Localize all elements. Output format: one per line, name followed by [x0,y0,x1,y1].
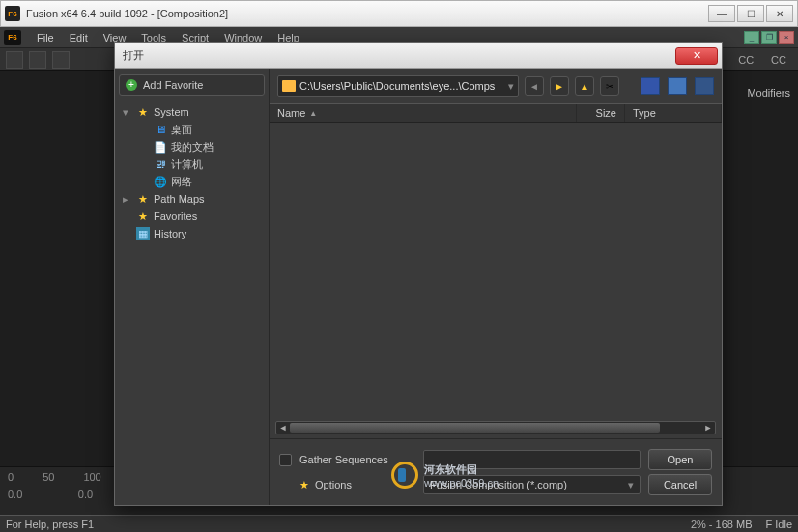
path-input[interactable]: C:\Users\Public\Documents\eye...\Comps ▾ [277,75,519,97]
tree-history[interactable]: ▦History [119,225,265,242]
maximize-button[interactable]: ☐ [737,5,764,22]
history-icon: ▦ [136,227,150,240]
tick: 50 [43,471,54,483]
nav-back-button[interactable]: ◄ [525,76,544,96]
nav-up-button[interactable]: ▲ [575,76,594,96]
scroll-left-icon[interactable]: ◄ [276,422,290,434]
dialog-bottom: Gather Sequences Open ★Options Fusion Co… [270,438,722,505]
star-icon: ★ [136,210,150,223]
nav-forward-button[interactable]: ► [550,76,569,96]
mdi-minimize-button[interactable]: _ [744,31,759,44]
view-details-button[interactable] [695,77,714,95]
toolbar-label-cc1[interactable]: CC [732,54,759,66]
toolbar-save-button[interactable] [52,51,70,69]
monitor-icon: 🖥 [154,123,167,136]
chevron-down-icon[interactable]: ▾ [628,479,634,491]
time-current[interactable]: 0.0 [78,489,93,500]
app-icon-small: F6 [4,30,21,45]
filename-input[interactable] [423,450,641,469]
view-list-button[interactable] [668,77,687,95]
horizontal-scrollbar[interactable]: ◄ ► [275,421,716,434]
nav-refresh-button[interactable]: ✂ [600,76,619,96]
plus-icon: + [126,79,137,91]
mdi-close-button[interactable]: × [779,31,794,44]
tick: 0 [8,471,14,483]
column-size[interactable]: Size [577,104,625,122]
folder-tree: ▾★System 🖥桌面 📄我的文档 🖳计算机 🌐网络 ▸★Path Maps … [119,103,265,242]
network-icon: 🌐 [154,175,167,188]
folder-icon: 📄 [154,140,167,154]
status-help: For Help, press F1 [6,518,94,530]
star-icon: ★ [136,105,150,119]
dialog-title: 打开 [119,48,675,63]
scroll-right-icon[interactable]: ► [701,422,715,434]
tree-favorites[interactable]: ★Favorites [119,208,265,225]
chevron-down-icon[interactable]: ▾ [508,80,514,93]
status-idle: F Idle [765,518,792,530]
file-list-header: Name▲ Size Type [270,103,722,123]
computer-icon: 🖳 [154,157,167,171]
panel-modifiers[interactable]: Modifiers [747,87,790,98]
open-dialog: 打开 ✕ + Add Favorite ▾★System 🖥桌面 📄我的文档 🖳… [114,42,723,506]
scrollbar-thumb[interactable] [290,423,660,433]
path-row: C:\Users\Public\Documents\eye...\Comps ▾… [270,69,722,103]
menu-edit[interactable]: Edit [62,27,96,47]
dialog-close-button[interactable]: ✕ [675,47,718,65]
gather-sequences-checkbox[interactable] [279,454,292,466]
file-list[interactable]: ◄ ► [270,123,722,438]
tree-pathmaps[interactable]: ▸★Path Maps [119,190,265,208]
star-icon: ★ [299,479,309,491]
tick: 100 [83,471,100,483]
options-label[interactable]: Options [315,479,352,490]
tree-network[interactable]: 🌐网络 [119,173,265,190]
dialog-sidebar: + Add Favorite ▾★System 🖥桌面 📄我的文档 🖳计算机 🌐… [115,69,270,505]
window-title: Fusion x64 6.4 build 1092 - [Composition… [26,8,706,19]
tree-mydocs[interactable]: 📄我的文档 [119,138,265,155]
filetype-value: Fusion Composition (*.comp) [430,479,567,490]
cancel-button[interactable]: Cancel [648,474,712,495]
star-icon: ★ [136,192,150,206]
window-titlebar: F6 Fusion x64 6.4 build 1092 - [Composit… [0,0,798,27]
sort-asc-icon: ▲ [309,109,317,118]
gather-sequences-label: Gather Sequences [299,454,415,465]
status-memory: 2% - 168 MB [691,518,753,530]
tree-system[interactable]: ▾★System [119,103,265,121]
mdi-restore-button[interactable]: ❐ [761,31,777,44]
status-bar: For Help, press F1 2% - 168 MB F Idle [0,515,798,532]
add-favorite-button[interactable]: + Add Favorite [119,74,265,96]
toolbar-open-button[interactable] [29,51,46,69]
view-icons-button[interactable] [641,77,660,95]
column-name[interactable]: Name▲ [270,104,577,122]
menu-file[interactable]: File [29,27,62,47]
close-button[interactable]: ✕ [766,5,793,22]
open-button[interactable]: Open [648,449,712,470]
toolbar-new-button[interactable] [6,51,23,69]
path-text: C:\Users\Public\Documents\eye...\Comps [299,80,495,92]
add-favorite-label: Add Favorite [143,79,203,91]
tree-computer[interactable]: 🖳计算机 [119,155,265,173]
app-icon: F6 [5,6,20,21]
minimize-button[interactable]: — [708,5,735,22]
time-start[interactable]: 0.0 [8,489,46,500]
tree-desktop[interactable]: 🖥桌面 [119,121,265,138]
toolbar-label-cc2[interactable]: CC [765,54,792,66]
folder-icon [282,80,296,92]
dialog-titlebar[interactable]: 打开 ✕ [115,43,722,69]
column-type[interactable]: Type [625,104,722,122]
filetype-select[interactable]: Fusion Composition (*.comp) ▾ [423,475,641,494]
